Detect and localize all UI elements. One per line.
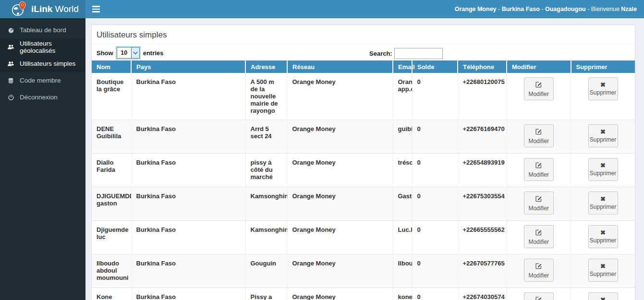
column-header[interactable]: Réseau [287,60,393,73]
sidebar-toggle-hamburger-icon[interactable] [85,0,107,18]
delete-button-label: Supprimer [590,89,616,96]
cell-reseau: Orange Money [287,187,393,221]
dashboard-icon [7,27,14,34]
sidebar-item-label: Déconnexion [20,94,58,101]
cell-email: Gaston.bf@gemel.com [393,187,412,221]
delete-button[interactable]: ✖ Supprimer [588,77,618,100]
search-label: Search: [369,50,392,57]
cell-modifier: Modifier [507,221,571,254]
cell-modifier: Modifier [507,187,571,221]
power-icon [7,94,14,101]
edit-icon [535,228,542,237]
chevron-down-icon [131,48,139,58]
cell-email: guibililladene@gmail.com [393,120,412,154]
delete-button[interactable]: ✖ Supprimer [588,259,618,282]
page-title: Utilisateurs simples [92,25,635,44]
sidebar-item-label: Tableau de bord [20,26,66,34]
x-icon: ✖ [600,229,606,236]
delete-button[interactable]: ✖ Supprimer [588,192,618,215]
column-header[interactable]: Modifier [507,60,571,73]
column-header[interactable]: Solde [412,60,458,73]
table-head: NomPaysAdresseRéseauEmailSoldeTéléphoneM… [92,60,635,73]
sidebar-item-deconnexion[interactable]: Déconnexion [0,89,85,106]
modify-button[interactable]: Modifier [524,259,554,282]
entries-label: entries [143,49,164,57]
cell-pays: Burkina Faso [131,254,245,288]
delete-button[interactable]: ✖ Supprimer [588,292,618,300]
column-header[interactable]: Pays [131,60,245,73]
cell-pays: Burkina Faso [131,120,245,154]
x-icon: ✖ [600,196,606,202]
top-navbar: $ iLink World Orange Money - Burkina Fas… [0,0,644,18]
delete-button-label: Supprimer [590,271,616,277]
sidebar-item-tableau-de-bord[interactable]: Tableau de bord [0,22,85,38]
column-header[interactable]: Email [393,60,412,73]
sidebar-item-label: Utilisateurs géolocalisés [20,40,85,54]
cell-pays: Burkina Faso [131,154,245,187]
page-length-control: Show 10 entries [97,47,163,59]
modify-button[interactable]: Modifier [524,124,554,147]
cell-email: Ilboudo.bf@gmail.com [393,254,412,288]
column-header[interactable]: Adresse [245,60,287,73]
x-icon: ✖ [600,162,606,168]
sidebar-item-label: Utilisateurs simples [20,60,75,67]
cell-pays: Burkina Faso [131,221,245,254]
edit-icon [535,195,542,204]
brand-area[interactable]: $ iLink World [0,0,85,18]
cell-modifier: Modifier [507,73,571,120]
modify-button[interactable]: Modifier [524,192,554,215]
cell-adresse: Kamsonghin [245,187,287,221]
cell-supprimer: ✖ Supprimer [571,73,635,120]
cell-reseau: Orange Money [287,154,393,187]
sidebar-item-utilisateurs-geolocalises[interactable]: Utilisateurs géolocalisés [0,38,85,55]
delete-button[interactable]: ✖ Supprimer [588,225,618,248]
cell-solde: 0 [412,154,458,187]
column-header[interactable]: Nom [92,60,131,73]
page-length-value: 10 [117,48,131,58]
cell-nom: Djiguemde luc [92,221,131,254]
cell-telephone: +22675303554 [458,187,507,221]
modify-button[interactable]: Modifier [524,77,554,100]
edit-icon [535,262,542,271]
cell-adresse: Arrd 5 sect 24 [245,120,287,154]
edit-icon [535,161,542,170]
delete-button[interactable]: ✖ Supprimer [588,124,618,147]
navbar-org: Orange Money [455,6,497,12]
cell-nom: Boutique la grâce [92,73,131,120]
cell-nom: Kone Cheick [92,288,131,300]
cell-adresse: A 500 m de la nouvelle mairie de rayongo [245,73,287,120]
page-length-select[interactable]: 10 [117,47,140,59]
cell-supprimer: ✖ Supprimer [571,254,635,288]
cell-reseau: Orange Money [287,254,393,288]
cell-telephone: +22654893919 [458,154,507,187]
cell-supprimer: ✖ Supprimer [571,120,635,154]
users-table: NomPaysAdresseRéseauEmailSoldeTéléphoneM… [92,60,635,300]
modify-button[interactable]: Modifier [524,158,554,181]
table-body: Boutique la grâce Burkina Faso A 500 m d… [92,73,635,300]
column-header[interactable]: Téléphone [458,60,507,73]
show-label: Show [97,49,113,57]
modify-button-label: Modifier [528,171,549,178]
sidebar-item-utilisateurs-simples[interactable]: Utilisateurs simples [0,55,85,72]
table-controls: Show 10 entries Search: [92,44,635,60]
column-header[interactable]: Supprimer [571,60,635,73]
cell-adresse: Pissy a cote de la rue de la fraternité [245,288,287,300]
cell-telephone: +22665555562 [458,221,507,254]
cell-pays: Burkina Faso [131,288,245,300]
table-row: Kone Cheick Burkina Faso Pissy a cote de… [92,288,635,300]
svg-text:$: $ [22,3,23,6]
x-icon: ✖ [600,82,606,88]
globe-pin-logo-icon: $ [11,1,27,17]
modify-button[interactable]: Modifier [524,292,554,300]
table-row: DENE Guibilila Burkina Faso Arrd 5 sect … [92,120,635,154]
delete-button-label: Supprimer [590,237,616,244]
cell-solde: 0 [412,187,458,221]
sidebar-item-code-membre[interactable]: Code membre [0,72,85,89]
app-title-light: World [52,4,79,14]
delete-button[interactable]: ✖ Supprimer [588,158,618,181]
cell-telephone: +22674030574 [458,288,507,300]
table-row: DJIGUEMDE gaston Burkina Faso Kamsonghin… [92,187,635,221]
modify-button[interactable]: Modifier [524,225,554,248]
cell-solde: 0 [412,120,458,154]
search-input[interactable] [394,48,443,59]
